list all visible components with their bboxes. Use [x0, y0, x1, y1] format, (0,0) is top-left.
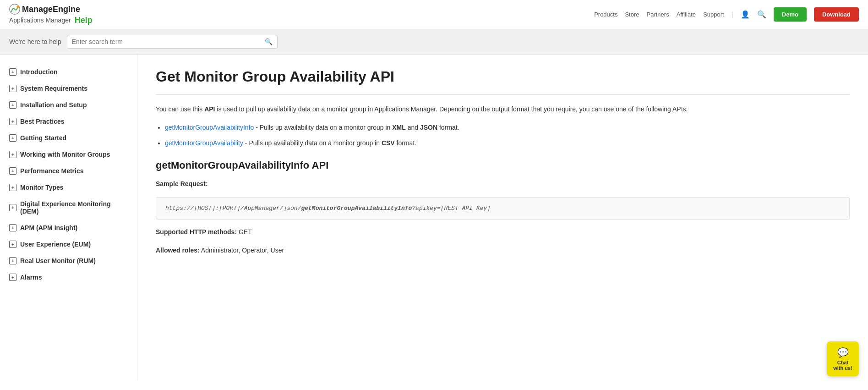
sidebar-expand-icon: +: [9, 68, 16, 76]
svg-point-1: [16, 5, 19, 8]
sidebar-item-monitor-groups[interactable]: + Working with Monitor Groups: [0, 146, 137, 163]
content-area: Get Monitor Group Availability API You c…: [137, 55, 868, 380]
nav-partners[interactable]: Partners: [647, 11, 669, 18]
code-block: https://[HOST]:[PORT]/AppManager/json/ge…: [156, 197, 850, 220]
sidebar-expand-icon: +: [9, 204, 16, 211]
http-methods-value: GET: [237, 228, 252, 236]
sidebar: + Introduction + System Requirements + I…: [0, 55, 137, 380]
sidebar-expand-icon: +: [9, 224, 16, 231]
code-prefix: https://[HOST]:[PORT]/AppManager/json/: [165, 205, 301, 212]
sidebar-expand-icon: +: [9, 101, 16, 109]
sidebar-expand-icon: +: [9, 118, 16, 125]
sidebar-expand-icon: +: [9, 85, 16, 92]
chat-button[interactable]: 💬 Chat with us!: [827, 341, 859, 376]
top-nav-right: Products Store Partners Affiliate Suppor…: [594, 7, 859, 22]
sidebar-item-label: Installation and Setup: [20, 101, 87, 109]
sidebar-item-eum[interactable]: + User Experience (EUM): [0, 236, 137, 253]
manageengine-logo-icon: [9, 4, 20, 15]
section2-title: getMonitorGroupAvailabilityInfo API: [156, 159, 850, 171]
bullet1-text: - Pulls up availability data on a monito…: [254, 124, 392, 131]
sidebar-item-label: Alarms: [20, 274, 42, 281]
allowed-roles-label: Allowed roles:: [156, 247, 200, 254]
sidebar-item-label: User Experience (EUM): [20, 241, 91, 248]
sidebar-expand-icon: +: [9, 184, 16, 191]
http-methods: Supported HTTP methods: GET: [156, 227, 850, 238]
sidebar-item-label: Best Practices: [20, 118, 65, 125]
search-bar: We're here to help 🔍: [0, 29, 868, 55]
download-button[interactable]: Download: [814, 7, 859, 22]
sidebar-expand-icon: +: [9, 167, 16, 175]
sidebar-item-best-practices[interactable]: + Best Practices: [0, 113, 137, 130]
help-label: Help: [71, 16, 93, 25]
demo-button[interactable]: Demo: [774, 7, 807, 22]
sidebar-item-label: Monitor Types: [20, 184, 64, 191]
search-input[interactable]: [72, 38, 265, 45]
search-icon[interactable]: 🔍: [265, 38, 273, 45]
code-bold: getMonitorGroupAvailabilityInfo: [301, 205, 412, 212]
sidebar-item-dem[interactable]: + Digital Experience Monitoring (DEM): [0, 196, 137, 220]
csv-bold: CSV: [382, 139, 395, 147]
sidebar-item-getting-started[interactable]: + Getting Started: [0, 130, 137, 146]
main-layout: + Introduction + System Requirements + I…: [0, 55, 868, 380]
bullet2-text: - Pulls up availability data on a monito…: [243, 139, 382, 147]
sidebar-item-label: Real User Monitor (RUM): [20, 257, 96, 264]
json-bold: JSON: [420, 124, 437, 131]
api-link-availability[interactable]: getMonitorGroupAvailability: [165, 139, 243, 147]
sidebar-item-label: Working with Monitor Groups: [20, 151, 110, 158]
sidebar-expand-icon: +: [9, 241, 16, 248]
sidebar-item-label: APM (APM Insight): [20, 224, 77, 231]
api-list-item-1: getMonitorGroupAvailabilityInfo - Pulls …: [165, 122, 850, 133]
sidebar-item-rum[interactable]: + Real User Monitor (RUM): [0, 253, 137, 269]
product-name: Applications Manager: [9, 16, 71, 24]
sidebar-item-introduction[interactable]: + Introduction: [0, 64, 137, 80]
intro-paragraph: You can use this API is used to pull up …: [156, 104, 850, 115]
xml-bold: XML: [392, 124, 406, 131]
sidebar-item-label: Performance Metrics: [20, 167, 84, 175]
code-suffix: ?apikey=[REST API Key]: [412, 205, 491, 212]
user-icon[interactable]: 👤: [741, 10, 750, 19]
allowed-roles: Allowed roles: Administrator, Operator, …: [156, 245, 850, 256]
api-bold: API: [204, 105, 215, 113]
sidebar-item-label: Digital Experience Monitoring (DEM): [20, 200, 128, 215]
bullet1-and: and: [406, 124, 420, 131]
nav-affiliate[interactable]: Affiliate: [677, 11, 696, 18]
allowed-roles-value: Administrator, Operator, User: [200, 247, 284, 254]
api-list-item-2: getMonitorGroupAvailability - Pulls up a…: [165, 138, 850, 149]
search-input-wrapper: 🔍: [67, 35, 278, 49]
nav-support[interactable]: Support: [703, 11, 724, 18]
sidebar-item-performance-metrics[interactable]: + Performance Metrics: [0, 163, 137, 179]
brand-logo: ManageEngine: [9, 4, 80, 15]
page-title: Get Monitor Group Availability API: [156, 68, 850, 85]
sample-request-label: Sample Request:: [156, 179, 850, 190]
sidebar-item-label: Getting Started: [20, 134, 66, 142]
top-nav-links: Products Store Partners Affiliate Suppor…: [594, 10, 766, 19]
intro-text: You can use this: [156, 105, 204, 113]
sidebar-expand-icon: +: [9, 134, 16, 142]
search-icon-top[interactable]: 🔍: [757, 10, 766, 19]
chat-label: Chat with us!: [833, 360, 852, 371]
sidebar-item-monitor-types[interactable]: + Monitor Types: [0, 179, 137, 196]
sidebar-item-apm[interactable]: + APM (APM Insight): [0, 220, 137, 236]
brand: ManageEngine: [9, 4, 93, 15]
chat-icon: 💬: [837, 347, 849, 358]
sidebar-item-alarms[interactable]: + Alarms: [0, 269, 137, 286]
title-divider: [156, 94, 850, 95]
intro-text2: is used to pull up availability data on …: [215, 105, 688, 113]
sidebar-expand-icon: +: [9, 257, 16, 264]
search-bar-label: We're here to help: [9, 38, 61, 45]
nav-separator: |: [732, 11, 733, 19]
sidebar-item-system-requirements[interactable]: + System Requirements: [0, 80, 137, 97]
nav-products[interactable]: Products: [594, 11, 617, 18]
brand-name: ManageEngine: [22, 5, 80, 14]
bullet2-text2: format.: [395, 139, 416, 147]
top-navigation: ManageEngine Applications Manager Help P…: [0, 0, 868, 29]
api-link-info[interactable]: getMonitorGroupAvailabilityInfo: [165, 124, 254, 131]
sidebar-expand-icon: +: [9, 151, 16, 158]
api-list: getMonitorGroupAvailabilityInfo - Pulls …: [165, 122, 850, 149]
sidebar-item-installation-setup[interactable]: + Installation and Setup: [0, 97, 137, 113]
bullet1-text2: format.: [437, 124, 459, 131]
brand-section: ManageEngine Applications Manager Help: [9, 4, 93, 25]
http-methods-label: Supported HTTP methods:: [156, 228, 237, 236]
sidebar-item-label: Introduction: [20, 68, 58, 76]
nav-store[interactable]: Store: [625, 11, 639, 18]
